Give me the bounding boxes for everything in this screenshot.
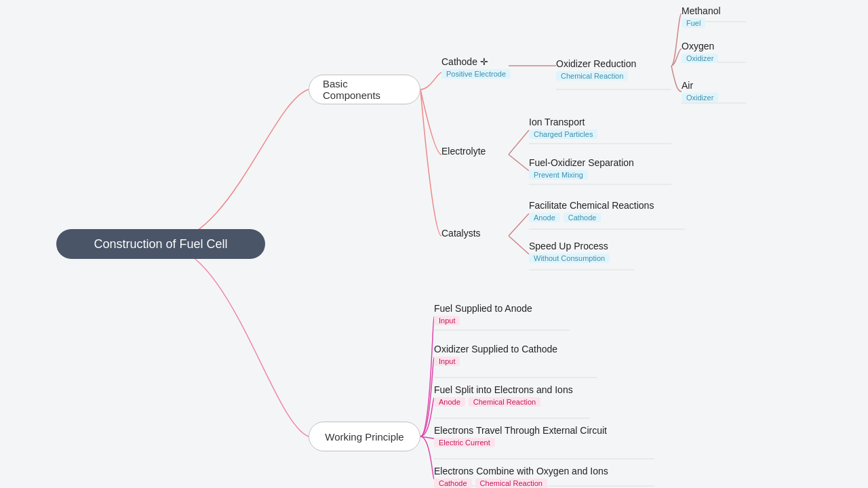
fuel-split-node: Fuel Split into Electrons and Ions Anode… <box>434 384 573 407</box>
central-label: Construction of Fuel Cell <box>94 237 227 251</box>
methanol-title: Methanol <box>682 5 721 16</box>
working-principle-node: Working Principle <box>309 422 420 451</box>
electrons-combine-node: Electrons Combine with Oxygen and Ions C… <box>434 466 608 488</box>
speed-up-title: Speed Up Process <box>529 241 610 251</box>
electrons-travel-title: Electrons Travel Through External Circui… <box>434 425 607 436</box>
methanol-node: Methanol Fuel <box>682 5 721 28</box>
electrons-travel-node: Electrons Travel Through External Circui… <box>434 425 607 447</box>
facilitate-tag-cathode: Cathode <box>564 213 601 222</box>
speed-up-node: Speed Up Process Without Consumption <box>529 241 610 263</box>
electrons-travel-tag: Electric Current <box>434 438 495 447</box>
facilitate-tag-anode: Anode <box>529 213 560 222</box>
ion-transport-tag: Charged Particles <box>529 129 597 139</box>
facilitate-node: Facilitate Chemical Reactions Anode Cath… <box>529 200 654 222</box>
basic-components-node: Basic Components <box>309 75 420 104</box>
fuel-split-tag-anode: Anode <box>434 397 465 407</box>
electrolyte-title: Electrolyte <box>441 146 486 157</box>
electrolyte-node: Electrolyte <box>441 146 486 159</box>
speed-up-tag: Without Consumption <box>529 253 610 263</box>
ion-transport-node: Ion Transport Charged Particles <box>529 117 597 139</box>
central-node: Construction of Fuel Cell <box>56 229 265 259</box>
fuel-oxidizer-sep-node: Fuel-Oxidizer Separation Prevent Mixing <box>529 157 634 180</box>
cathode-tag: Positive Electrode <box>441 69 511 79</box>
oxidizer-reduction-node: Oxidizer Reduction Chemical Reaction <box>556 58 636 81</box>
methanol-tag: Fuel <box>682 18 705 28</box>
fuel-oxidizer-sep-tag: Prevent Mixing <box>529 170 588 180</box>
electrons-combine-title: Electrons Combine with Oxygen and Ions <box>434 466 608 476</box>
catalysts-title: Catalysts <box>441 228 481 239</box>
oxidizer-reduction-title: Oxidizer Reduction <box>556 58 636 69</box>
fuel-oxidizer-sep-title: Fuel-Oxidizer Separation <box>529 157 634 168</box>
air-node: Air Oxidizer <box>682 80 718 102</box>
cathode-node: Cathode ✛ Positive Electrode <box>441 56 511 79</box>
fuel-anode-node: Fuel Supplied to Anode Input <box>434 303 532 325</box>
fuel-split-title: Fuel Split into Electrons and Ions <box>434 384 573 395</box>
electrons-combine-tag-cathode: Cathode <box>434 479 472 488</box>
facilitate-title: Facilitate Chemical Reactions <box>529 200 654 211</box>
oxidizer-reduction-tag: Chemical Reaction <box>556 71 628 81</box>
oxygen-title: Oxygen <box>682 41 718 52</box>
oxygen-tag: Oxidizer <box>682 54 718 63</box>
electrons-combine-tag-chem: Chemical Reaction <box>475 479 547 488</box>
cathode-title: Cathode ✛ <box>441 56 511 67</box>
fuel-anode-tag: Input <box>434 316 460 325</box>
canvas: Construction of Fuel Cell Basic Componen… <box>0 0 868 488</box>
ion-transport-title: Ion Transport <box>529 117 597 127</box>
oxygen-node: Oxygen Oxidizer <box>682 41 718 63</box>
working-principle-label: Working Principle <box>325 431 403 443</box>
basic-components-label: Basic Components <box>323 78 406 101</box>
catalysts-node: Catalysts <box>441 228 481 241</box>
fuel-anode-title: Fuel Supplied to Anode <box>434 303 532 314</box>
oxidizer-cathode-tag: Input <box>434 357 460 366</box>
oxidizer-cathode-node: Oxidizer Supplied to Cathode Input <box>434 344 557 366</box>
oxidizer-cathode-title: Oxidizer Supplied to Cathode <box>434 344 557 354</box>
air-title: Air <box>682 80 718 91</box>
air-tag: Oxidizer <box>682 93 718 102</box>
fuel-split-tag-chem: Chemical Reaction <box>469 397 540 407</box>
